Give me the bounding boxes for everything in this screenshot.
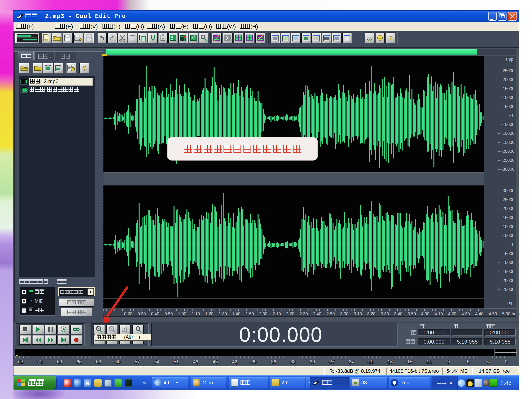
svg-text:?: ? — [388, 34, 392, 41]
svg-text:ab: ab — [367, 35, 370, 39]
svg-text:cd: cd — [367, 38, 370, 42]
svg-text:?: ? — [82, 65, 86, 72]
